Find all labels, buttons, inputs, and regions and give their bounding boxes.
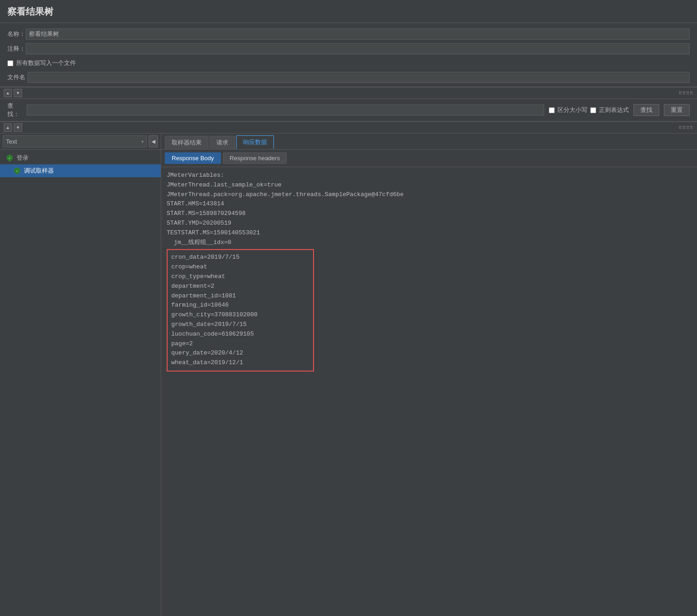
page-title: 察看结果树 [7,6,690,18]
find-button[interactable]: 查找 [633,104,659,116]
collapse-button[interactable]: ◀ [149,135,158,147]
hl-line-5: farming_id=10646 [171,302,229,308]
shield-icon-debug: ✓ [13,167,21,175]
name-label: 名称： [7,30,26,38]
content-pre: JMeterVariables: JMeterThread.last_sampl… [167,171,691,247]
search-bar: 查找： 区分大小写 正则表达式 查找 重置 [0,99,697,122]
main-container: 察看结果树 名称： 注释： 所有数据写入一个文件 文件名 ▲ ▼ ⠿⠿⠿⠿ 查找… [0,0,697,616]
tree-list: ✓ 登录 ✓ 调试取样器 [0,150,161,616]
regex-label: 正则表达式 [599,106,629,114]
highlighted-content: cron_data=2019/7/15 crop=wheat crop_type… [171,253,309,368]
hl-line-6: growth_city=370883102000 [171,311,257,318]
hl-line-11: wheat_data=2019/12/1 [171,359,243,366]
name-input[interactable] [26,29,690,40]
highlight-box: cron_data=2019/7/15 crop=wheat crop_type… [167,249,314,372]
hl-line-4: department_id=1081 [171,292,236,299]
write-to-file-checkbox[interactable] [7,60,13,66]
content-area: Text ▾ ◀ ✓ 登录 [0,134,697,616]
chevron-down-icon: ▾ [141,139,144,144]
comment-label: 注释： [7,45,26,53]
resize-dots-1: ⠿⠿⠿⠿ [679,91,693,96]
down-arrow-btn-2[interactable]: ▼ [14,123,22,132]
search-options: 区分大小写 正则表达式 [549,106,629,114]
search-input[interactable] [27,105,544,116]
reset-button[interactable]: 重置 [664,104,690,116]
hl-line-10: query_date=2020/4/12 [171,349,243,356]
content-line-3: START.HMS=143814 [167,200,224,207]
tree-item-debug-sampler[interactable]: ✓ 调试取样器 [0,164,161,177]
up-arrow-btn-2[interactable]: ▲ [4,123,12,132]
main-tabs-row: 取样器结果 请求 响应数据 [161,134,697,150]
left-panel: Text ▾ ◀ ✓ 登录 [0,134,161,616]
tab-response-data[interactable]: 响应数据 [236,135,274,149]
hl-line-3: department=2 [171,283,215,290]
left-toolbar: Text ▾ ◀ [0,134,161,150]
svg-text:✓: ✓ [16,169,18,173]
content-line-0: JMeterVariables: [167,172,224,179]
tree-item-login[interactable]: ✓ 登录 [0,151,161,164]
search-label: 查找： [7,102,22,118]
right-panel: 取样器结果 请求 响应数据 Response Body Response hea… [161,134,697,616]
regex-checkbox[interactable] [590,107,596,113]
content-line-6: TESTSTART.MS=1590140553021 [167,229,260,236]
content-line-4: START.MS=1589870294598 [167,210,246,217]
name-row: 名称： [0,27,697,41]
content-line-7: jm__线程组__idx=0 [167,239,231,246]
case-sensitive-checkbox[interactable] [549,107,555,113]
filename-row: 文件名 [0,70,697,87]
tree-item-debug-sampler-label: 调试取样器 [24,167,54,175]
sub-tab-response-body[interactable]: Response Body [165,152,221,164]
case-sensitive-label: 区分大小写 [558,106,587,114]
resize-dots-2: ⠿⠿⠿⠿ [679,125,693,130]
hl-line-0: cron_data=2019/7/15 [171,254,239,261]
dropdown-value: Text [6,138,17,145]
comment-input[interactable] [26,43,690,54]
content-line-1: JMeterThread.last_sample_ok=true [167,181,282,188]
write-to-file-label: 所有数据写入一个文件 [16,59,76,67]
comment-row: 注释： [0,41,697,56]
content-line-5: START.YMD=20200519 [167,220,231,227]
divider-bar-1: ▲ ▼ ⠿⠿⠿⠿ [0,87,697,99]
text-dropdown[interactable]: Text ▾ [3,135,147,147]
filename-label: 文件名 [7,73,28,81]
hl-line-2: crop_type=wheat [171,273,225,280]
hl-line-8: luochuan_code=610629105 [171,331,254,337]
content-line-2: JMeterThread.pack=org.apache.jmeter.thre… [167,191,404,198]
write-to-file-row: 所有数据写入一个文件 [0,56,697,70]
filename-input[interactable] [28,72,690,83]
tab-request[interactable]: 请求 [209,136,235,149]
title-bar: 察看结果树 [0,0,697,23]
sub-tabs-row: Response Body Response headers [161,150,697,167]
hl-line-1: crop=wheat [171,263,207,270]
hl-line-7: growth_date=2019/7/15 [171,321,247,328]
up-arrow-btn-1[interactable]: ▲ [4,89,12,97]
tree-item-login-label: 登录 [17,154,29,162]
hl-line-9: page=2 [171,340,193,347]
tab-sampler-result[interactable]: 取样器结果 [165,136,209,149]
divider-bar-2: ▲ ▼ ⠿⠿⠿⠿ [0,122,697,134]
shield-icon-login: ✓ [6,154,14,162]
sub-tab-response-headers[interactable]: Response headers [223,152,287,164]
down-arrow-btn-1[interactable]: ▼ [14,89,22,97]
svg-text:✓: ✓ [8,157,11,160]
content-display[interactable]: JMeterVariables: JMeterThread.last_sampl… [161,167,697,616]
form-section: 名称： 注释： 所有数据写入一个文件 文件名 [0,23,697,87]
